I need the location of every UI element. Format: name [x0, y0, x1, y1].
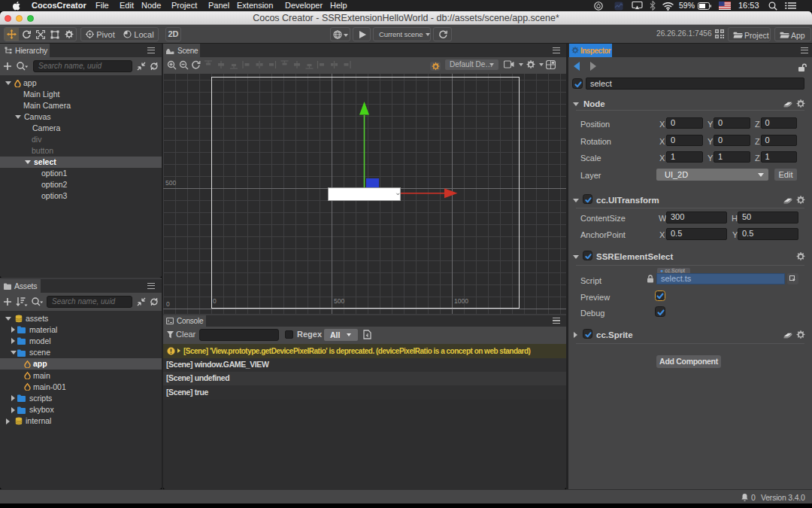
svg-text:0: 0: [166, 300, 170, 308]
svg-text:500: 500: [334, 297, 344, 305]
svg-text:1000: 1000: [454, 297, 468, 305]
svg-text:0: 0: [213, 297, 217, 305]
svg-text:500: 500: [165, 179, 176, 187]
